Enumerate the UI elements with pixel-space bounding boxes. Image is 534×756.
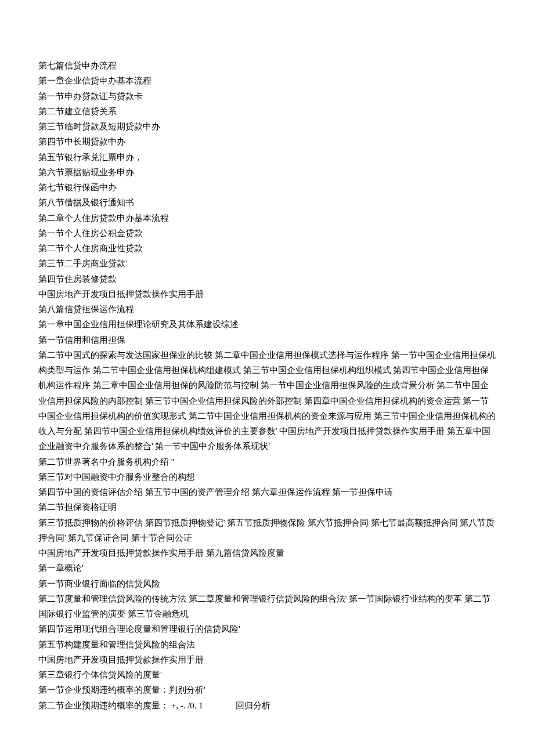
text-line: 中国房地产开发项目抵押贷款操作实用手册 [38,287,496,302]
text-line: 第八篇信贷担保运作流程 [38,302,496,317]
text-line: 第一节信用和信用担保 [38,332,496,348]
text-line: 第二节个人住房商业性贷款 [38,241,496,256]
text-line: 第二节建立信贷关系 [38,104,496,119]
text-line: 第四节中长期贷款中办 [38,134,496,149]
text-line: 第二节担保资格证明 [38,500,496,515]
text-line: 第三节二手房商业贷款' [38,256,496,271]
text-line: 第三章银行个体信贷风险的度量' [38,667,496,682]
text-line: 第八节借据及银行通知书 [38,195,496,210]
text-line: 第三节对中国融资中介服务业整合的构想 [38,469,496,484]
text-line: 第一章概论' [38,560,496,576]
text-line: 第一节申办贷款证与贷款卡 [38,89,496,104]
text-line: 第四节住房装修贷款 [38,272,496,287]
text-line: 第二章个人住房贷款申办基本流程 [38,211,496,226]
text-line: 第三节临时贷款及短期贷款中办 [38,119,496,134]
text-line: 中国房地产开发项目抵押贷款操作实用手册 第九篇信贷风险度量 [38,545,496,560]
text-line: 中国房地产开发项目抵押贷款操作实用手册 [38,652,496,667]
text-line: 第一节个人住房公积金贷款 [38,226,496,241]
text-line: 第二节中国式的探索与发达国家担保业的比较 第二章中国企业信用担保模式选择与运作程… [38,348,496,454]
text-line: 第四节中国的资信评估介绍 第五节中国的资产管理介绍 第六章担保运作流程 第一节担… [38,484,496,500]
text-line: 第四节运用现代组合理论度量和管理银行的信贷风险' [38,621,496,636]
text-line: 第一章企业信贷申办基本流程 [38,73,496,88]
text-line: 第二节度量和管理信贷风险的传统方法 第二章度量和管理银行信贷风险的组合法' 第一… [38,591,496,622]
text-line: 第七节银行保函中办 [38,180,496,195]
text-line: 第二节世界著名中介服务机构介绍 '' [38,454,496,469]
text-line: 第三节抵质押物的价格评估 第四节抵质押物登记' 第五节抵质押物保险 第六节抵押合… [38,515,496,546]
document-body: 第七篇信贷申办流程第一章企业信贷申办基本流程第一节申办贷款证与贷款卡第二节建立信… [38,58,496,713]
text-line: 第一节企业预期违约概率的度量：判别分析' [38,682,496,697]
text-line: 第五节银行承兑汇票申办， [38,150,496,165]
text-line: 第一节商业银行面临的信贷风险 [38,576,496,591]
text-line: 第五节构建度量和管理信贷风险的组合法 [38,637,496,652]
text-line: 第六节票据贴现业务申办 [38,165,496,180]
text-line: 第七篇信贷申办流程 [38,58,496,73]
text-line: 第一章中国企业信用担保理论研究及其体系建设综述 [38,317,496,332]
text-line: 第二节企业预期违约概率的度量： +, -. /0. 1 回归分析 [38,698,496,713]
